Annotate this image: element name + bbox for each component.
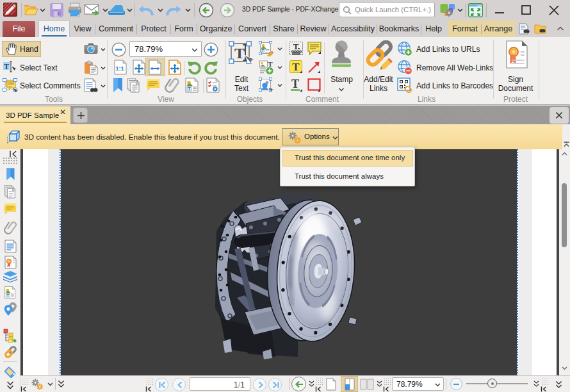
- svg-text:1:1: 1:1: [115, 65, 124, 72]
- svg-text:T: T: [4, 62, 9, 71]
- svg-text:T: T: [234, 45, 245, 61]
- svg-text:T: T: [292, 61, 300, 73]
- svg-text:T: T: [268, 60, 273, 68]
- svg-text:T: T: [6, 293, 9, 297]
- svg-text:T: T: [188, 86, 191, 91]
- svg-text:T: T: [291, 78, 299, 90]
- svg-text:T: T: [293, 42, 299, 51]
